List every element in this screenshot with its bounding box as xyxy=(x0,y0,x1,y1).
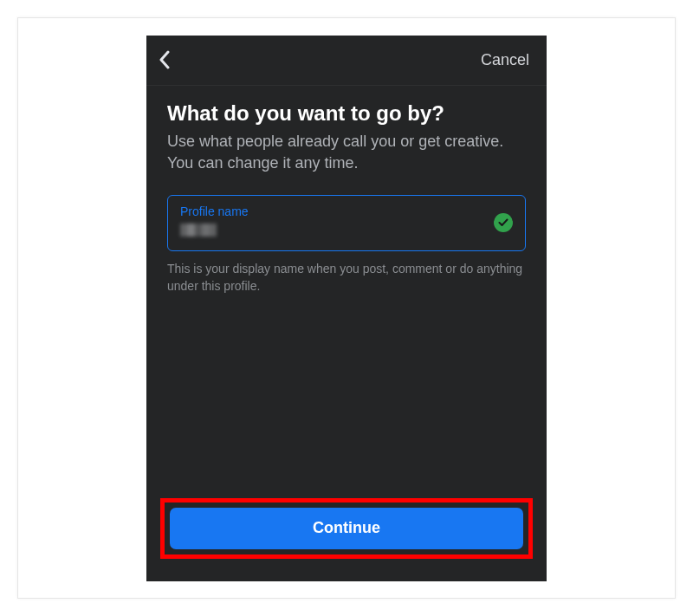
footer-area: Continue xyxy=(146,498,547,581)
page-subtitle: Use what people already call you or get … xyxy=(167,131,526,174)
profile-name-value-redacted xyxy=(180,224,217,237)
device-screen: Cancel What do you want to go by? Use wh… xyxy=(146,36,547,581)
content-area: What do you want to go by? Use what peop… xyxy=(146,86,547,498)
header-bar: Cancel xyxy=(146,36,547,86)
cancel-button[interactable]: Cancel xyxy=(481,51,529,69)
outer-frame: Cancel What do you want to go by? Use wh… xyxy=(17,17,676,599)
annotation-highlight: Continue xyxy=(160,498,533,559)
page-title: What do you want to go by? xyxy=(167,101,526,126)
helper-text: This is your display name when you post,… xyxy=(167,260,526,295)
continue-button[interactable]: Continue xyxy=(170,508,523,549)
input-label: Profile name xyxy=(180,204,513,218)
profile-name-field[interactable]: Profile name xyxy=(167,195,526,251)
checkmark-icon xyxy=(494,213,513,232)
back-icon[interactable] xyxy=(159,50,171,69)
